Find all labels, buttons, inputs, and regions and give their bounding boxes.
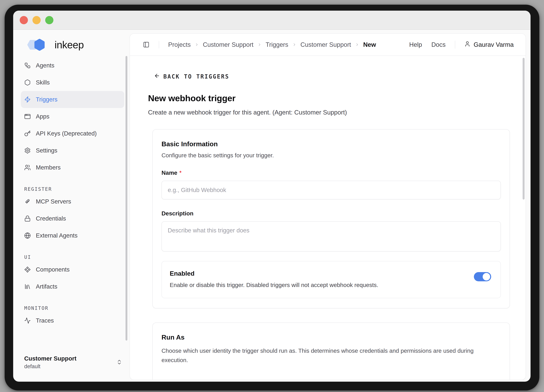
basic-information-card: Basic Information Configure the basic se…: [153, 129, 510, 308]
project-name: Customer Support: [24, 355, 77, 362]
chevron-right-icon: [195, 42, 199, 47]
enabled-toggle[interactable]: [474, 272, 491, 281]
sidebar-item-triggers[interactable]: Triggers: [21, 91, 124, 108]
library-icon: [24, 283, 31, 290]
close-button[interactable]: [20, 16, 28, 24]
breadcrumb: Projects Customer Support Triggers Custo…: [168, 41, 376, 48]
chevron-right-icon: [257, 42, 262, 47]
back-to-triggers-link[interactable]: BACK TO TRIGGERS: [154, 73, 229, 80]
top-bar-divider: [159, 41, 159, 48]
user-menu[interactable]: Gaurav Varma: [464, 41, 514, 48]
app-window: inkeep Agents Sk: [13, 11, 531, 382]
required-asterisk: *: [179, 170, 182, 176]
chevron-right-icon: [292, 42, 296, 47]
page-title: New webhook trigger: [148, 93, 509, 103]
sidebar-item-label: MCP Servers: [36, 198, 71, 205]
enabled-label: Enabled: [170, 270, 378, 277]
sidebar-item-label: Agents: [36, 62, 54, 69]
sidebar-item-label: Apps: [36, 113, 49, 120]
zap-icon: [24, 96, 31, 103]
globe-icon: [24, 232, 31, 239]
inkeep-logo: inkeep: [24, 37, 130, 52]
sidebar-nav: Agents Skills Triggers: [24, 57, 130, 329]
enabled-text: Enabled Enable or disable this trigger. …: [170, 270, 378, 288]
sidebar: inkeep Agents Sk: [13, 30, 130, 382]
sidebar-item-label: Settings: [36, 147, 57, 154]
minimize-button[interactable]: [32, 16, 41, 24]
chevron-right-icon: [355, 42, 359, 47]
arrow-left-icon: [154, 73, 160, 80]
name-label-text: Name: [161, 170, 177, 176]
sidebar-item-agents[interactable]: Agents: [21, 57, 124, 74]
card-heading: Basic Information: [161, 140, 501, 148]
sidebar-item-skills[interactable]: Skills: [21, 74, 124, 91]
sidebar-section-ui: UI: [24, 254, 130, 260]
window-bezel: inkeep Agents Sk: [5, 5, 539, 391]
description-textarea[interactable]: [161, 221, 501, 251]
panel-left-icon: [143, 41, 149, 48]
breadcrumb-customer-support[interactable]: Customer Support: [203, 41, 254, 48]
project-selector-text: Customer Support default: [24, 355, 77, 369]
user-name: Gaurav Varma: [473, 41, 514, 48]
sidebar-section-register: REGISTER: [24, 186, 130, 192]
sidebar-section-monitor: MONITOR: [24, 305, 130, 311]
page-subtitle: Create a new webhook trigger for this ag…: [148, 109, 509, 116]
toggle-knob: [483, 273, 490, 280]
gear-icon: [24, 147, 31, 154]
app-window-icon: [24, 113, 31, 120]
users-icon: [24, 164, 31, 171]
docs-link[interactable]: Docs: [431, 41, 446, 48]
desktop-background: inkeep Agents Sk: [0, 0, 544, 392]
sidebar-item-credentials[interactable]: Credentials: [21, 210, 124, 227]
description-label: Description: [161, 210, 501, 217]
sidebar-scrollbar[interactable]: [125, 56, 127, 341]
main-panel: Projects Customer Support Triggers Custo…: [130, 33, 526, 380]
sidebar-item-label: Triggers: [36, 96, 57, 103]
main-scrollbar[interactable]: [523, 58, 525, 200]
sidebar-item-label: Skills: [36, 79, 50, 86]
sidebar-toggle-button[interactable]: [143, 41, 149, 48]
sidebar-item-mcp-servers[interactable]: MCP Servers: [21, 193, 124, 210]
key-icon: [24, 130, 31, 137]
breadcrumb-projects[interactable]: Projects: [168, 41, 191, 48]
run-as-card: Run As Choose which user identity the tr…: [153, 323, 510, 380]
card-description: Configure the basic settings for your tr…: [161, 152, 501, 159]
sidebar-item-label: Members: [36, 164, 61, 171]
sidebar-item-label: API Keys (Deprecated): [36, 130, 97, 137]
sidebar-item-label: Traces: [36, 317, 54, 324]
sidebar-item-members[interactable]: Members: [21, 159, 124, 176]
component-icon: [24, 266, 31, 273]
name-label: Name *: [161, 170, 501, 176]
page-content: BACK TO TRIGGERS New webhook trigger Cre…: [130, 56, 526, 380]
titlebar: [13, 11, 531, 30]
breadcrumb-triggers[interactable]: Triggers: [266, 41, 288, 48]
sidebar-item-components[interactable]: Components: [21, 261, 124, 278]
sidebar-item-label: Credentials: [36, 215, 66, 222]
chevrons-up-down-icon: [116, 359, 122, 366]
back-link-label: BACK TO TRIGGERS: [163, 73, 229, 80]
breadcrumb-new: New: [363, 41, 376, 48]
project-selector[interactable]: Customer Support default: [24, 355, 122, 369]
help-link[interactable]: Help: [409, 41, 422, 48]
mcp-icon: [24, 198, 31, 205]
name-input[interactable]: [161, 181, 501, 199]
description-label-text: Description: [161, 210, 194, 217]
sidebar-item-settings[interactable]: Settings: [21, 142, 124, 159]
sidebar-item-apps[interactable]: Apps: [21, 108, 124, 125]
top-bar: Projects Customer Support Triggers Custo…: [130, 34, 526, 56]
sidebar-item-external-agents[interactable]: External Agents: [21, 227, 124, 244]
hexagon-icon: [24, 79, 31, 86]
sidebar-item-api-keys[interactable]: API Keys (Deprecated): [21, 125, 124, 142]
maximize-button[interactable]: [45, 16, 53, 24]
enabled-setting: Enabled Enable or disable this trigger. …: [161, 261, 501, 298]
sidebar-item-artifacts[interactable]: Artifacts: [21, 278, 124, 295]
sidebar-item-label: Components: [36, 266, 70, 273]
inkeep-wordmark: inkeep: [54, 39, 84, 51]
window-body: inkeep Agents Sk: [13, 30, 531, 382]
sidebar-item-traces[interactable]: Traces: [21, 312, 124, 329]
user-icon: [464, 41, 470, 48]
card-description: Choose which user identity the trigger s…: [161, 346, 485, 365]
activity-icon: [24, 317, 31, 324]
sidebar-item-label: External Agents: [36, 232, 77, 239]
breadcrumb-agent[interactable]: Customer Support: [301, 41, 351, 48]
